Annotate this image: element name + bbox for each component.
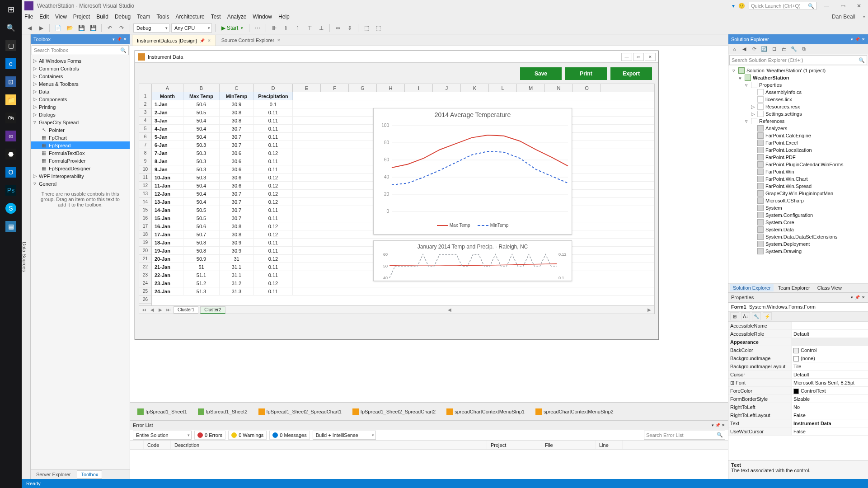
save-button[interactable]: 💾 [76,23,86,33]
cell[interactable]: 30.8 [220,222,254,230]
form-close-button[interactable]: ✕ [645,53,656,61]
property-row[interactable]: ⊞ FontMicrosoft Sans Serif, 8.25pt [728,379,868,387]
store-icon[interactable]: 🛍 [3,110,19,126]
row-header[interactable]: 17 [139,222,151,230]
cell[interactable]: 6-Jan [152,141,183,149]
cell[interactable]: 0.11 [254,133,293,141]
cell[interactable]: 5-Jan [152,133,183,141]
solution-node[interactable]: Analyzers [728,125,868,132]
dropdown-icon[interactable]: ▾ [851,295,853,300]
align-button[interactable]: ⊤ [305,23,314,33]
row-header[interactable]: 26 [139,296,151,304]
row-header[interactable]: 15 [139,206,151,214]
row-header[interactable]: 25 [139,287,151,296]
cell[interactable]: 17-Jan [152,230,183,238]
property-row[interactable]: RightToLeftNo [728,403,868,411]
pin-icon[interactable]: 📌 [855,37,860,42]
property-row[interactable]: AccessibleName [728,322,868,330]
row-header[interactable]: 1 [139,92,151,100]
tray-component[interactable]: spreadChartContextMenuStrip1 [446,408,525,415]
size-button[interactable]: ⬚ [361,23,371,33]
cell[interactable]: 30.9 [220,239,254,246]
dropdown-icon[interactable]: ▾ [851,37,853,42]
solution-node[interactable]: System [728,204,868,211]
cell[interactable]: 51.2 [183,279,220,287]
cell[interactable]: 50.8 [183,247,220,254]
outlook-icon[interactable]: O [3,164,19,180]
cell[interactable]: 0.12 [254,182,293,189]
cell[interactable]: 0.12 [254,190,293,197]
task-view-icon[interactable]: ▢ [3,38,19,53]
menu-architecture[interactable]: Architecture [176,14,205,20]
properties-icon[interactable]: 🔧 [790,45,798,53]
toolbox-group[interactable]: ▷Common Controls [31,65,130,72]
column-header[interactable]: A [152,84,183,92]
menu-tools[interactable]: Tools [157,14,169,20]
cell[interactable]: 30.7 [220,198,254,206]
row-header[interactable]: 4 [139,117,151,125]
solution-node[interactable]: Microsoft.CSharp [728,197,868,204]
visualstudio-icon[interactable]: ∞ [3,128,19,144]
solution-tab[interactable]: Solution Explorer [730,284,774,291]
property-row[interactable]: BackgroundImage(none) [728,354,868,362]
show-all-icon[interactable]: 🗀 [780,45,788,53]
refresh-icon[interactable]: 🔄 [760,45,768,53]
prev-sheet-button[interactable]: ◀ [149,307,155,312]
menu-project[interactable]: Project [73,14,90,20]
row-header[interactable]: 27 [139,304,151,305]
row-header[interactable]: 24 [139,279,151,287]
cell[interactable]: 11-Jan [152,182,183,189]
cell[interactable]: 18-Jan [152,239,183,246]
toolbox-group[interactable]: ▷Components [31,95,130,103]
cell[interactable]: 0.11 [254,206,293,214]
cell[interactable]: 9-Jan [152,165,183,173]
sync-icon[interactable]: ⟳ [750,45,758,53]
error-column-header[interactable]: File [541,441,596,449]
cell[interactable]: 50.4 [183,117,220,124]
toolbox-group[interactable]: ▷Dialogs [31,111,130,118]
toolbox-group[interactable]: ▷Printing [31,103,130,111]
property-row[interactable]: FormBorderStyleSizable [728,395,868,403]
menu-analyze[interactable]: Analyze [227,14,247,20]
signed-in-user[interactable]: Dan Beall [832,14,855,20]
open-button[interactable]: 📂 [65,23,75,33]
solution-node[interactable]: GrapeCity.Win.PluginInputMan [728,190,868,197]
error-column-header[interactable]: Description [171,441,487,449]
row-header[interactable]: 20 [139,247,151,255]
cell[interactable]: 30.8 [220,108,254,116]
solution-tab[interactable]: Class View [815,284,845,291]
cell[interactable]: 0.12 [254,222,293,230]
row-header[interactable]: 22 [139,263,151,271]
solution-node[interactable]: ▷Resources.resx [728,103,868,110]
column-header[interactable]: E [293,84,321,92]
column-header[interactable]: K [461,84,489,92]
cell[interactable]: 0.11 [254,247,293,254]
cell[interactable]: 0.1 [254,100,293,108]
cell[interactable]: 1-Jan [152,100,183,108]
row-header[interactable]: 10 [139,165,151,174]
row-header[interactable]: 6 [139,133,151,141]
platform-dropdown[interactable]: Any CPU [171,23,212,33]
error-column-header[interactable]: Line [596,441,623,449]
row-header[interactable]: 18 [139,230,151,239]
spacing-button[interactable]: ⇔ [333,23,343,33]
align-button[interactable]: ⊪ [269,23,279,33]
toolbox-item[interactable]: ▦FpChart [31,134,130,141]
photoshop-icon[interactable]: Ps [3,183,19,198]
cell[interactable]: 0.11 [254,239,293,246]
last-sheet-button[interactable]: ⏭ [165,307,172,312]
cell[interactable]: 51.3 [183,287,220,295]
cell[interactable]: 50.6 [183,100,220,108]
first-sheet-button[interactable]: ⏮ [141,307,147,312]
tray-component[interactable]: fpSpread1_Sheet2 [198,408,248,415]
collapse-icon[interactable]: ⊟ [770,45,778,53]
cell[interactable]: 8-Jan [152,157,183,165]
row-header[interactable]: 3 [139,108,151,117]
cell[interactable]: 50.4 [183,198,220,206]
feedback-icon[interactable]: 🙂 [738,3,745,9]
cell[interactable]: 0.12 [254,174,293,181]
close-icon[interactable]: ✕ [862,295,865,300]
cell[interactable]: 30.6 [220,182,254,189]
solution-node[interactable]: FarPoint.Localization [728,146,868,154]
messages-filter[interactable]: 0 Messages [269,431,310,440]
